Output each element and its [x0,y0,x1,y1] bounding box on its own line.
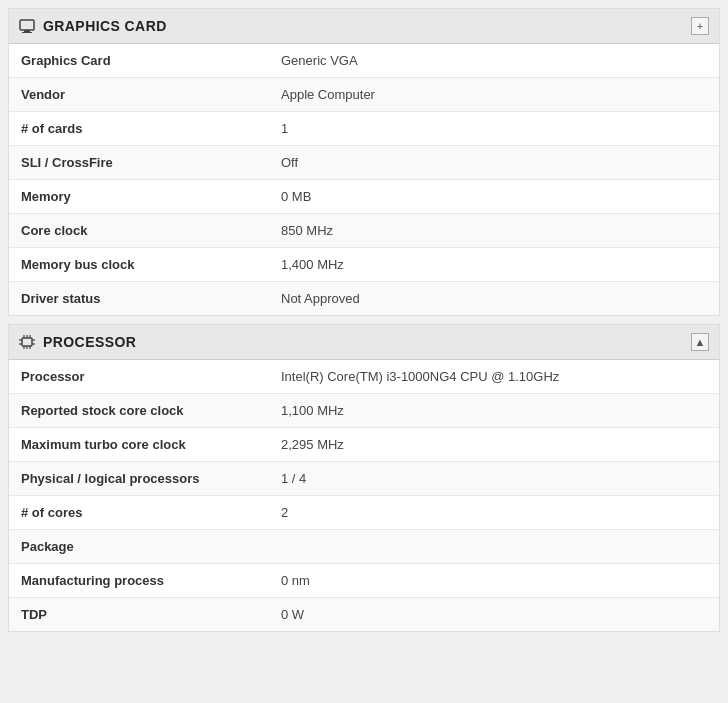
svg-rect-3 [22,338,32,346]
table-row: Processor Intel(R) Core(TM) i3-1000NG4 C… [9,360,719,394]
svg-rect-2 [22,32,32,33]
table-row: Vendor Apple Computer [9,78,719,112]
table-row: Physical / logical processors 1 / 4 [9,462,719,496]
row-label: Driver status [9,282,269,316]
row-value: Off [269,146,719,180]
table-row: Driver status Not Approved [9,282,719,316]
table-row: Memory bus clock 1,400 MHz [9,248,719,282]
graphics-card-title: GRAPHICS CARD [43,18,167,34]
row-label: # of cards [9,112,269,146]
graphics-card-toggle[interactable]: + [691,17,709,35]
graphics-card-table: Graphics Card Generic VGA Vendor Apple C… [9,44,719,315]
row-value: 2 [269,496,719,530]
row-label: Manufacturing process [9,564,269,598]
row-label: Maximum turbo core clock [9,428,269,462]
table-row: Core clock 850 MHz [9,214,719,248]
table-row: Maximum turbo core clock 2,295 MHz [9,428,719,462]
row-label: Physical / logical processors [9,462,269,496]
table-row: Package [9,530,719,564]
row-label: Package [9,530,269,564]
row-value: 850 MHz [269,214,719,248]
processor-header: PROCESSOR ▲ [9,325,719,360]
graphics-card-toggle-symbol: + [697,20,703,32]
row-value: 2,295 MHz [269,428,719,462]
row-value: 0 MB [269,180,719,214]
table-row: # of cards 1 [9,112,719,146]
row-label: Processor [9,360,269,394]
cpu-icon [19,334,35,350]
svg-rect-0 [20,20,34,30]
row-value: 0 nm [269,564,719,598]
processor-header-left: PROCESSOR [19,334,136,350]
row-value: Generic VGA [269,44,719,78]
row-value: 1 [269,112,719,146]
row-value: 1,100 MHz [269,394,719,428]
table-row: Memory 0 MB [9,180,719,214]
row-label: Graphics Card [9,44,269,78]
table-row: TDP 0 W [9,598,719,632]
row-value: 1 / 4 [269,462,719,496]
processor-table: Processor Intel(R) Core(TM) i3-1000NG4 C… [9,360,719,631]
table-row: Reported stock core clock 1,100 MHz [9,394,719,428]
row-value: Intel(R) Core(TM) i3-1000NG4 CPU @ 1.10G… [269,360,719,394]
row-value [269,530,719,564]
row-value: 0 W [269,598,719,632]
row-label: Memory [9,180,269,214]
gpu-icon [19,18,35,34]
table-row: SLI / CrossFire Off [9,146,719,180]
row-label: Reported stock core clock [9,394,269,428]
processor-title: PROCESSOR [43,334,136,350]
table-row: Manufacturing process 0 nm [9,564,719,598]
processor-toggle-symbol: ▲ [695,336,706,348]
row-label: SLI / CrossFire [9,146,269,180]
row-value: 1,400 MHz [269,248,719,282]
row-label: Core clock [9,214,269,248]
table-row: Graphics Card Generic VGA [9,44,719,78]
row-value: Not Approved [269,282,719,316]
graphics-card-header: GRAPHICS CARD + [9,9,719,44]
row-value: Apple Computer [269,78,719,112]
row-label: TDP [9,598,269,632]
svg-rect-1 [24,30,30,32]
row-label: Memory bus clock [9,248,269,282]
table-row: # of cores 2 [9,496,719,530]
processor-toggle[interactable]: ▲ [691,333,709,351]
graphics-card-header-left: GRAPHICS CARD [19,18,167,34]
graphics-card-section: GRAPHICS CARD + Graphics Card Generic VG… [8,8,720,316]
processor-section: PROCESSOR ▲ Processor Intel(R) Core(TM) … [8,324,720,632]
row-label: Vendor [9,78,269,112]
row-label: # of cores [9,496,269,530]
